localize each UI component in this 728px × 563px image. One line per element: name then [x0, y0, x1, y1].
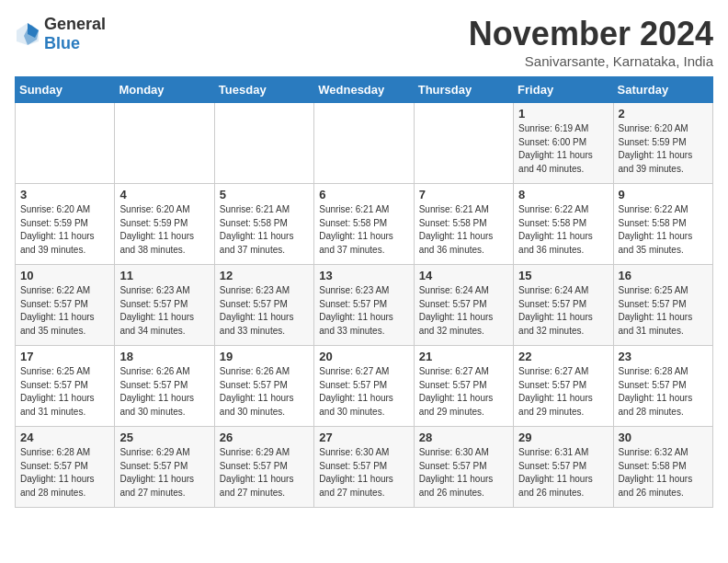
- day-number: 22: [518, 350, 608, 363]
- calendar-day-cell: 16Sunrise: 6:25 AM Sunset: 5:57 PM Dayli…: [613, 265, 712, 346]
- day-info: Sunrise: 6:20 AM Sunset: 5:59 PM Dayligh…: [619, 122, 708, 176]
- calendar-day-cell: 9Sunrise: 6:22 AM Sunset: 5:58 PM Daylig…: [613, 184, 712, 265]
- day-number: 11: [119, 269, 209, 282]
- calendar-day-cell: 19Sunrise: 6:26 AM Sunset: 5:57 PM Dayli…: [214, 346, 313, 427]
- day-of-week-header: Tuesday: [214, 77, 313, 103]
- day-info: Sunrise: 6:26 AM Sunset: 5:57 PM Dayligh…: [119, 365, 209, 419]
- day-number: 15: [518, 269, 608, 282]
- calendar-day-cell: 22Sunrise: 6:27 AM Sunset: 5:57 PM Dayli…: [514, 346, 613, 427]
- calendar-week-row: 10Sunrise: 6:22 AM Sunset: 5:57 PM Dayli…: [16, 265, 713, 346]
- day-number: 17: [20, 350, 109, 363]
- calendar-day-cell: 3Sunrise: 6:20 AM Sunset: 5:59 PM Daylig…: [16, 184, 115, 265]
- day-number: 27: [319, 431, 408, 444]
- day-info: Sunrise: 6:24 AM Sunset: 5:57 PM Dayligh…: [518, 284, 608, 338]
- day-info: Sunrise: 6:31 AM Sunset: 5:57 PM Dayligh…: [518, 446, 608, 500]
- calendar-day-cell: 8Sunrise: 6:22 AM Sunset: 5:58 PM Daylig…: [514, 184, 613, 265]
- day-number: 1: [518, 107, 608, 121]
- day-info: Sunrise: 6:24 AM Sunset: 5:57 PM Dayligh…: [419, 284, 508, 338]
- day-info: Sunrise: 6:30 AM Sunset: 5:57 PM Dayligh…: [319, 446, 408, 500]
- calendar-day-cell: 26Sunrise: 6:29 AM Sunset: 5:57 PM Dayli…: [214, 427, 313, 508]
- day-of-week-header: Friday: [514, 77, 613, 103]
- day-info: Sunrise: 6:26 AM Sunset: 5:57 PM Dayligh…: [220, 365, 309, 419]
- calendar-day-cell: 10Sunrise: 6:22 AM Sunset: 5:57 PM Dayli…: [16, 265, 115, 346]
- day-info: Sunrise: 6:27 AM Sunset: 5:57 PM Dayligh…: [419, 365, 508, 419]
- day-number: 19: [220, 350, 309, 363]
- day-info: Sunrise: 6:29 AM Sunset: 5:57 PM Dayligh…: [119, 446, 209, 500]
- day-number: 24: [20, 431, 109, 444]
- day-of-week-header: Thursday: [414, 77, 513, 103]
- day-info: Sunrise: 6:23 AM Sunset: 5:57 PM Dayligh…: [220, 284, 309, 338]
- logo-general: General: [44, 15, 106, 33]
- calendar-day-cell: 4Sunrise: 6:20 AM Sunset: 5:59 PM Daylig…: [115, 184, 214, 265]
- day-info: Sunrise: 6:29 AM Sunset: 5:57 PM Dayligh…: [220, 446, 309, 500]
- calendar-day-cell: 24Sunrise: 6:28 AM Sunset: 5:57 PM Dayli…: [16, 427, 115, 508]
- day-number: 9: [619, 188, 708, 201]
- calendar-header-row: SundayMondayTuesdayWednesdayThursdayFrid…: [16, 77, 713, 103]
- day-info: Sunrise: 6:30 AM Sunset: 5:57 PM Dayligh…: [419, 446, 508, 500]
- day-of-week-header: Monday: [115, 77, 214, 103]
- day-number: 7: [419, 188, 508, 201]
- calendar-day-cell: 5Sunrise: 6:21 AM Sunset: 5:58 PM Daylig…: [214, 184, 313, 265]
- day-number: 14: [419, 269, 508, 282]
- day-number: 6: [319, 188, 408, 201]
- calendar-day-cell: 14Sunrise: 6:24 AM Sunset: 5:57 PM Dayli…: [414, 265, 513, 346]
- title-area: November 2024 Sanivarsante, Karnataka, I…: [469, 15, 713, 69]
- day-info: Sunrise: 6:21 AM Sunset: 5:58 PM Dayligh…: [220, 203, 309, 257]
- logo: General Blue: [15, 15, 106, 53]
- day-number: 21: [419, 350, 508, 363]
- calendar-week-row: 17Sunrise: 6:25 AM Sunset: 5:57 PM Dayli…: [16, 346, 713, 427]
- calendar-day-cell: [314, 103, 414, 184]
- logo-blue: Blue: [44, 34, 80, 52]
- calendar-day-cell: [115, 103, 214, 184]
- day-info: Sunrise: 6:27 AM Sunset: 5:57 PM Dayligh…: [518, 365, 608, 419]
- day-number: 26: [220, 431, 309, 444]
- day-number: 8: [518, 188, 608, 201]
- day-number: 12: [220, 269, 309, 282]
- day-info: Sunrise: 6:23 AM Sunset: 5:57 PM Dayligh…: [119, 284, 209, 338]
- day-of-week-header: Saturday: [613, 77, 712, 103]
- calendar-day-cell: 27Sunrise: 6:30 AM Sunset: 5:57 PM Dayli…: [314, 427, 414, 508]
- calendar-day-cell: 28Sunrise: 6:30 AM Sunset: 5:57 PM Dayli…: [414, 427, 513, 508]
- day-info: Sunrise: 6:23 AM Sunset: 5:57 PM Dayligh…: [319, 284, 408, 338]
- calendar-week-row: 3Sunrise: 6:20 AM Sunset: 5:59 PM Daylig…: [16, 184, 713, 265]
- calendar-day-cell: 1Sunrise: 6:19 AM Sunset: 6:00 PM Daylig…: [514, 103, 613, 184]
- calendar-day-cell: 7Sunrise: 6:21 AM Sunset: 5:58 PM Daylig…: [414, 184, 513, 265]
- calendar-day-cell: [16, 103, 115, 184]
- calendar-day-cell: 6Sunrise: 6:21 AM Sunset: 5:58 PM Daylig…: [314, 184, 414, 265]
- calendar-day-cell: 25Sunrise: 6:29 AM Sunset: 5:57 PM Dayli…: [115, 427, 214, 508]
- day-info: Sunrise: 6:28 AM Sunset: 5:57 PM Dayligh…: [20, 446, 109, 500]
- day-info: Sunrise: 6:19 AM Sunset: 6:00 PM Dayligh…: [518, 122, 608, 176]
- day-info: Sunrise: 6:22 AM Sunset: 5:57 PM Dayligh…: [20, 284, 109, 338]
- calendar-day-cell: 23Sunrise: 6:28 AM Sunset: 5:57 PM Dayli…: [613, 346, 712, 427]
- calendar-week-row: 24Sunrise: 6:28 AM Sunset: 5:57 PM Dayli…: [16, 427, 713, 508]
- calendar-table: SundayMondayTuesdayWednesdayThursdayFrid…: [15, 76, 713, 508]
- day-number: 23: [619, 350, 708, 363]
- day-number: 18: [119, 350, 209, 363]
- day-info: Sunrise: 6:21 AM Sunset: 5:58 PM Dayligh…: [419, 203, 508, 257]
- month-title: November 2024: [469, 15, 713, 53]
- day-info: Sunrise: 6:22 AM Sunset: 5:58 PM Dayligh…: [619, 203, 708, 257]
- day-of-week-header: Wednesday: [314, 77, 414, 103]
- logo-text: General Blue: [44, 15, 106, 53]
- day-number: 29: [518, 431, 608, 444]
- day-info: Sunrise: 6:25 AM Sunset: 5:57 PM Dayligh…: [20, 365, 109, 419]
- day-number: 5: [220, 188, 309, 201]
- day-info: Sunrise: 6:28 AM Sunset: 5:57 PM Dayligh…: [619, 365, 708, 419]
- day-number: 13: [319, 269, 408, 282]
- day-number: 20: [319, 350, 408, 363]
- calendar-day-cell: 20Sunrise: 6:27 AM Sunset: 5:57 PM Dayli…: [314, 346, 414, 427]
- day-number: 10: [20, 269, 109, 282]
- calendar-day-cell: 2Sunrise: 6:20 AM Sunset: 5:59 PM Daylig…: [613, 103, 712, 184]
- calendar-day-cell: 17Sunrise: 6:25 AM Sunset: 5:57 PM Dayli…: [16, 346, 115, 427]
- calendar-day-cell: 13Sunrise: 6:23 AM Sunset: 5:57 PM Dayli…: [314, 265, 414, 346]
- calendar-day-cell: 18Sunrise: 6:26 AM Sunset: 5:57 PM Dayli…: [115, 346, 214, 427]
- header: General Blue November 2024 Sanivarsante,…: [15, 15, 713, 69]
- day-info: Sunrise: 6:20 AM Sunset: 5:59 PM Dayligh…: [119, 203, 209, 257]
- calendar-day-cell: 30Sunrise: 6:32 AM Sunset: 5:58 PM Dayli…: [613, 427, 712, 508]
- location-title: Sanivarsante, Karnataka, India: [469, 53, 713, 69]
- calendar-day-cell: 12Sunrise: 6:23 AM Sunset: 5:57 PM Dayli…: [214, 265, 313, 346]
- day-info: Sunrise: 6:25 AM Sunset: 5:57 PM Dayligh…: [619, 284, 708, 338]
- day-of-week-header: Sunday: [16, 77, 115, 103]
- day-info: Sunrise: 6:32 AM Sunset: 5:58 PM Dayligh…: [619, 446, 708, 500]
- calendar-day-cell: 21Sunrise: 6:27 AM Sunset: 5:57 PM Dayli…: [414, 346, 513, 427]
